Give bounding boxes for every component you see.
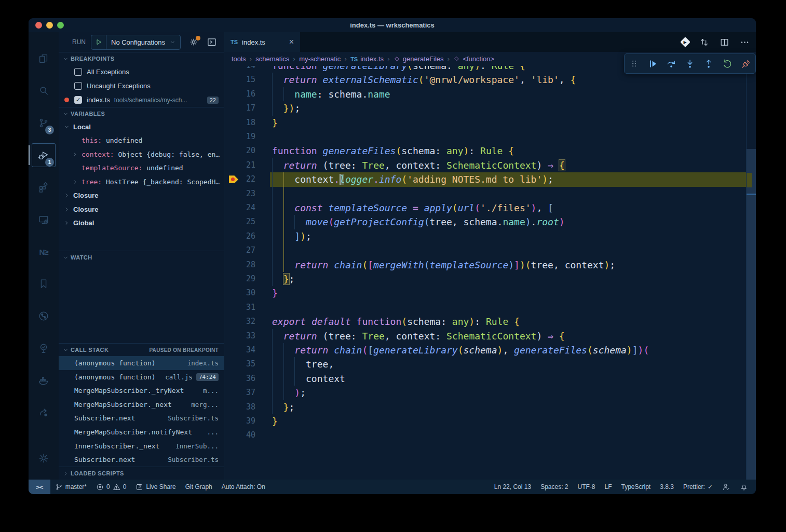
code-line[interactable]: 20function generateFiles(schema: any): R… — [224, 144, 746, 158]
code-line[interactable]: 29 }; — [224, 272, 746, 286]
variable-row[interactable]: tree: HostTree {_backend: ScopedH… — [59, 175, 224, 189]
code-line[interactable]: 38 }; — [224, 400, 746, 414]
variable-row[interactable]: this: undefined — [59, 134, 224, 148]
activity-item-run-and-debug[interactable]: 1 — [29, 139, 59, 171]
status-language-mode[interactable]: TypeScript — [617, 480, 656, 494]
code-line[interactable]: 18} — [224, 116, 746, 130]
call-stack-section-header[interactable]: CALL STACK PAUSED ON BREAKPOINT — [59, 343, 224, 356]
line-number[interactable]: 20 — [224, 144, 255, 158]
activity-item-docker[interactable] — [29, 364, 59, 397]
activity-item-bookmarks[interactable] — [29, 268, 59, 300]
step-into-button[interactable] — [682, 56, 698, 72]
status-git-graph[interactable]: Git Graph — [181, 480, 217, 494]
chevron-right-icon[interactable] — [64, 220, 70, 226]
chevron-right-icon[interactable] — [64, 207, 70, 212]
code-line[interactable]: 37 ); — [224, 386, 746, 400]
breakpoint-row[interactable]: ✓index.tstools/schematics/my-sch...22 — [59, 93, 224, 107]
code-line[interactable]: 40 — [224, 428, 746, 442]
split-editor-icon[interactable] — [720, 37, 729, 47]
activity-item-explorer[interactable] — [29, 43, 59, 75]
variable-row[interactable]: templateSource: undefined — [59, 161, 224, 175]
line-number[interactable]: 34 — [224, 343, 255, 357]
close-tab-icon[interactable]: × — [289, 38, 294, 46]
variables-scope-row[interactable]: Closure — [59, 189, 224, 203]
status-indentation[interactable]: Spaces: 2 — [536, 480, 573, 494]
close-window-button[interactable] — [35, 22, 42, 29]
start-debugging-icon[interactable] — [91, 35, 106, 49]
breadcrumb-item[interactable]: TSindex.ts — [350, 55, 384, 63]
open-changes-icon[interactable]: ▶ — [682, 38, 689, 46]
chevron-right-icon[interactable] — [72, 179, 78, 185]
more-actions-icon[interactable] — [740, 37, 750, 47]
title-bar[interactable]: index.ts — wrkschematics — [29, 18, 756, 32]
line-number[interactable]: 25 — [224, 215, 255, 229]
line-number[interactable]: 39 — [224, 414, 255, 428]
call-stack-frame[interactable]: MergeMapSubscriber._nextmerg... — [59, 398, 224, 412]
code-line[interactable]: 34 return chain([generateLibrary(schema)… — [224, 343, 746, 357]
line-number[interactable]: 37 — [224, 386, 255, 400]
chevron-right-icon[interactable] — [64, 193, 70, 198]
variables-scope-row[interactable]: Closure — [59, 202, 224, 216]
variables-scope-row[interactable]: Local — [59, 120, 224, 134]
step-out-button[interactable] — [701, 56, 716, 72]
line-number[interactable]: 18 — [224, 116, 255, 130]
breadcrumb-item[interactable]: generateFiles — [394, 55, 444, 63]
breakpoint-checkbox[interactable] — [74, 68, 82, 76]
line-number[interactable]: 36 — [224, 372, 255, 386]
code-line[interactable]: 21 return (tree: Tree, context: Schemati… — [224, 158, 746, 172]
status-live-share[interactable]: Live Share — [131, 480, 180, 494]
variable-row[interactable]: context: Object {debug: false, en… — [59, 147, 224, 161]
code-line[interactable]: 30} — [224, 286, 746, 300]
line-number[interactable]: 19 — [224, 130, 255, 144]
code-line[interactable]: 33 return (tree: Tree, context: Schemati… — [224, 329, 746, 343]
activity-item-search[interactable] — [29, 75, 59, 107]
configure-gear-icon[interactable] — [189, 37, 198, 47]
chevron-right-icon[interactable] — [72, 152, 78, 157]
restart-button[interactable] — [720, 56, 735, 72]
activity-item-live-share[interactable] — [29, 397, 59, 429]
code-line[interactable]: 39} — [224, 414, 746, 428]
activity-item-source-control[interactable]: 3 — [29, 107, 59, 139]
editor-scrollbar[interactable] — [746, 66, 756, 480]
line-number[interactable]: 17 — [224, 101, 255, 115]
debug-console-icon[interactable] — [207, 37, 217, 47]
line-number[interactable]: 23 — [224, 187, 255, 201]
breadcrumb-item[interactable]: <function> — [453, 55, 494, 63]
line-number[interactable]: 21 — [224, 158, 255, 172]
line-number[interactable]: 33 — [224, 329, 255, 343]
disconnect-button[interactable] — [738, 56, 754, 72]
line-number[interactable]: 40 — [224, 428, 255, 442]
activity-item-extensions[interactable] — [29, 171, 59, 203]
call-stack-frame[interactable]: Subscriber.nextSubscriber.ts — [59, 412, 224, 426]
code-line[interactable]: 16 name: schema.name — [224, 87, 746, 101]
status-cursor-position[interactable]: Ln 22, Col 13 — [490, 480, 536, 494]
compare-changes-icon[interactable] — [699, 37, 709, 47]
line-number[interactable]: 29 — [224, 272, 255, 286]
code-line[interactable]: 19 — [224, 130, 746, 144]
code-line[interactable]: 17 }); — [224, 101, 746, 115]
activity-item-remote-explorer[interactable] — [29, 203, 59, 236]
code-line[interactable]: 36 context — [224, 372, 746, 386]
status-prettier[interactable]: Prettier:✓ — [679, 480, 717, 494]
status-feedback[interactable] — [717, 480, 735, 494]
status-problems[interactable]: 00 — [91, 480, 131, 494]
line-number[interactable]: 31 — [224, 301, 255, 315]
call-stack-frame[interactable]: InnerSubscriber._nextInnerSub... — [59, 439, 224, 453]
scrollbar-slider[interactable] — [747, 149, 756, 480]
code-line[interactable]: 15 return externalSchematic('@nrwl/works… — [224, 73, 746, 87]
status-eol[interactable]: LF — [600, 480, 617, 494]
breadcrumb-item[interactable]: tools — [232, 55, 246, 63]
breakpoint-row[interactable]: All Exceptions — [59, 65, 224, 79]
variables-scope-row[interactable]: Global — [59, 216, 224, 230]
status-ts-version[interactable]: 3.8.3 — [655, 480, 679, 494]
code-line[interactable]: 31 — [224, 301, 746, 315]
launch-configuration-dropdown[interactable]: No Configurations — [91, 35, 181, 50]
code-line[interactable]: 28 return chain([mergeWith(templateSourc… — [224, 258, 746, 272]
breakpoint-checkbox[interactable]: ✓ — [74, 96, 82, 104]
tab-index-ts[interactable]: TS index.ts × — [224, 32, 300, 52]
line-number[interactable]: 15 — [224, 73, 255, 87]
call-stack-frame[interactable]: MergeMapSubscriber._tryNextm... — [59, 384, 224, 398]
minimize-window-button[interactable] — [46, 22, 53, 29]
line-number[interactable]: 32 — [224, 315, 255, 329]
breakpoints-section-header[interactable]: BREAKPOINTS — [59, 52, 224, 65]
